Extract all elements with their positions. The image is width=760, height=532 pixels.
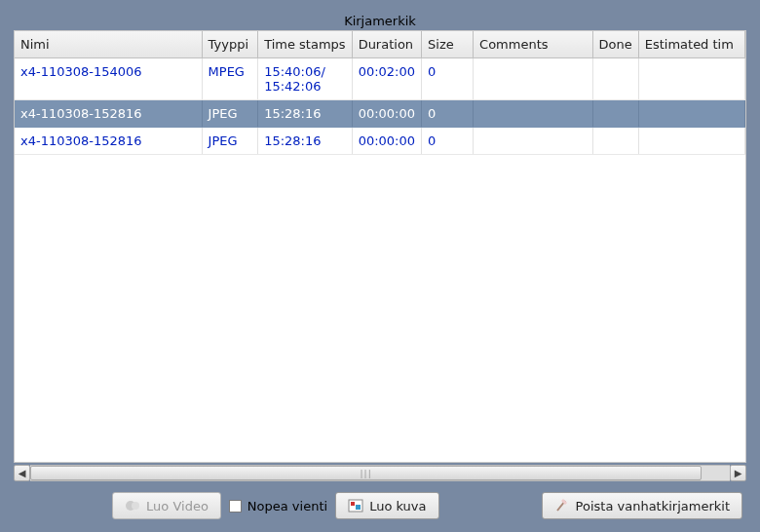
bookmarks-table: Nimi Tyyppi Time stamps Duration Size Co… [15,31,745,155]
checkbox-icon [229,500,242,513]
image-icon [348,498,363,513]
cell-name: x4-110308-152816 [15,100,202,128]
svg-rect-4 [356,505,361,510]
col-done[interactable]: Done [592,31,638,58]
bookmarks-table-container: Nimi Tyyppi Time stamps Duration Size Co… [14,30,746,463]
scroll-left-icon[interactable]: ◀ [14,465,30,481]
create-image-button[interactable]: Luo kuva [335,492,438,519]
cell-timestamps: 15:28:16 [258,128,352,155]
fast-export-checkbox[interactable]: Nopea vienti [229,499,327,513]
col-duration[interactable]: Duration [352,31,421,58]
bottom-toolbar: Luo Video Nopea vienti Luo kuva Poista v… [14,487,746,524]
cell-estimated [638,58,744,100]
svg-point-1 [132,502,139,510]
video-icon [125,498,140,513]
col-size[interactable]: Size [422,31,474,58]
create-video-label: Luo Video [146,499,209,513]
cell-estimated [638,100,744,128]
window-title: Kirjamerkik [14,14,746,30]
cell-type: JPEG [202,128,258,155]
table-row[interactable]: x4-110308-152816JPEG15:28:1600:00:000 [15,100,745,128]
col-estimated[interactable]: Estimated tim [638,31,744,58]
table-row[interactable]: x4-110308-154006MPEG15:40:06/ 15:42:0600… [15,58,745,100]
cell-name: x4-110308-152816 [15,128,202,155]
cell-done [592,100,638,128]
table-row[interactable]: x4-110308-152816JPEG15:28:1600:00:000 [15,128,745,155]
cell-name: x4-110308-154006 [15,58,202,100]
fast-export-label: Nopea vienti [247,499,327,513]
col-comments[interactable]: Comments [474,31,592,58]
cell-type: MPEG [202,58,258,100]
scroll-thumb[interactable]: ||| [30,466,702,480]
cell-timestamps: 15:28:16 [258,100,352,128]
cell-comments [474,100,592,128]
cell-size: 0 [422,58,474,100]
cell-timestamps: 15:40:06/ 15:42:06 [258,58,352,100]
cell-duration: 00:00:00 [352,128,421,155]
svg-rect-3 [351,502,355,506]
delete-old-bookmarks-button[interactable]: Poista vanhatkirjamerkit [542,492,742,519]
cell-size: 0 [422,100,474,128]
horizontal-scrollbar[interactable]: ◀ ||| ▶ [14,465,746,481]
cell-duration: 00:00:00 [352,100,421,128]
cell-comments [474,128,592,155]
cell-comments [474,58,592,100]
delete-old-bookmarks-label: Poista vanhatkirjamerkit [576,499,730,513]
cell-duration: 00:02:00 [352,58,421,100]
scroll-right-icon[interactable]: ▶ [730,465,746,481]
col-timestamps[interactable]: Time stamps [258,31,352,58]
create-video-button[interactable]: Luo Video [112,492,221,519]
cell-size: 0 [422,128,474,155]
col-type[interactable]: Tyyppi [202,31,258,58]
cell-type: JPEG [202,100,258,128]
col-name[interactable]: Nimi [15,31,202,58]
scroll-track[interactable]: ||| [30,465,730,481]
cell-done [592,128,638,155]
create-image-label: Luo kuva [369,499,426,513]
broom-icon [554,498,570,513]
scroll-grip-icon: ||| [361,469,372,478]
cell-estimated [638,128,744,155]
cell-done [592,58,638,100]
